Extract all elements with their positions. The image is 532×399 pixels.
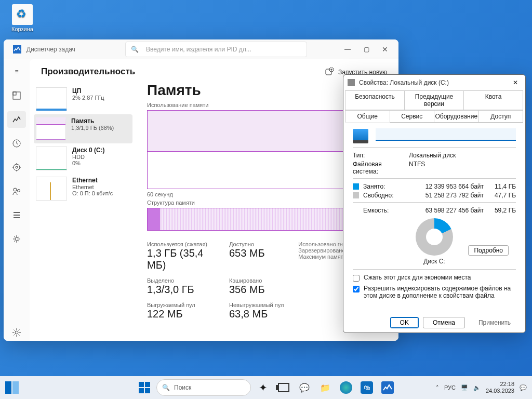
search-icon: 🔍 xyxy=(162,384,170,391)
windows-icon xyxy=(139,382,150,393)
properties-general-panel: Тип:Локальный диск Файловая система:NTFS… xyxy=(345,123,523,313)
task-view-button[interactable] xyxy=(275,379,292,396)
svg-point-5 xyxy=(16,166,18,168)
processes-nav[interactable] xyxy=(7,87,26,104)
details-button[interactable]: Подробно xyxy=(468,245,509,256)
apply-button[interactable]: Применить xyxy=(469,317,520,328)
gear-icon xyxy=(12,328,21,337)
tab-security[interactable]: Безопасность xyxy=(345,90,405,110)
properties-title: Свойства: Локальный диск (C:) xyxy=(359,79,510,86)
close-button[interactable]: ✕ xyxy=(510,79,521,86)
system-tray: ˄ РУС 🖥️ 🔈 22:18 24.03.2023 💬 xyxy=(436,381,527,394)
details-icon xyxy=(12,210,21,220)
startup-nav[interactable] xyxy=(7,159,26,176)
edge-button[interactable] xyxy=(337,379,355,396)
svg-point-6 xyxy=(14,188,17,191)
task-manager-icon xyxy=(13,45,21,54)
page-title: Производительность xyxy=(41,66,325,77)
store-icon: 🛍 xyxy=(361,381,373,394)
startup-icon xyxy=(12,163,21,172)
compress-checkbox[interactable]: Сжать этот диск для экономии места xyxy=(353,274,516,282)
folder-icon: 📁 xyxy=(318,381,332,394)
widgets-button[interactable] xyxy=(0,376,24,399)
sidebar-item-disk[interactable]: Диск 0 (C:)HDD0% xyxy=(34,143,132,174)
processes-icon xyxy=(12,91,21,100)
network-icon[interactable]: 🖥️ xyxy=(461,384,468,391)
task-manager-icon xyxy=(381,381,394,394)
tab-sharing[interactable]: Доступ xyxy=(478,110,524,123)
maximize-button[interactable]: ▢ xyxy=(357,46,376,53)
close-icon: ✕ xyxy=(513,79,518,86)
performance-nav[interactable] xyxy=(7,111,26,128)
copilot-icon: ✦ xyxy=(259,381,268,394)
svg-point-9 xyxy=(15,331,18,334)
drive-label-input[interactable] xyxy=(376,128,516,141)
search-placeholder: Введите имя, издателя или PID дл... xyxy=(146,46,251,53)
indexing-checkbox[interactable]: Разрешить индексировать содержимое файло… xyxy=(353,285,516,299)
recycle-bin[interactable]: Корзина xyxy=(9,4,35,32)
settings-nav[interactable] xyxy=(7,324,26,341)
dialog-buttons: OK Отмена Применить xyxy=(343,313,525,332)
tray-overflow[interactable]: ˄ xyxy=(436,384,439,391)
cancel-button[interactable]: Отмена xyxy=(423,317,465,328)
window-title: Диспетчер задач xyxy=(26,46,104,53)
hamburger-button[interactable]: ≡ xyxy=(7,63,26,80)
edge-icon xyxy=(340,381,352,394)
tabs-row-bottom: Общие Сервис Оборудование Доступ xyxy=(343,110,525,123)
taskbar-search[interactable]: 🔍Поиск xyxy=(156,379,251,396)
services-icon xyxy=(12,234,21,244)
svg-point-7 xyxy=(18,190,20,192)
svg-point-8 xyxy=(15,237,18,241)
notifications-button[interactable]: 💬 xyxy=(520,384,527,391)
recycle-bin-icon xyxy=(12,4,33,25)
properties-titlebar[interactable]: Свойства: Локальный диск (C:) ✕ xyxy=(343,75,525,90)
users-nav[interactable] xyxy=(7,183,26,200)
memory-thumb xyxy=(36,117,66,140)
sidebar-item-cpu[interactable]: ЦП2% 2,87 ГГц xyxy=(34,84,132,114)
task-view-icon xyxy=(278,383,289,392)
cpu-thumb xyxy=(36,87,67,111)
disk-thumb xyxy=(36,147,67,170)
app-history-nav[interactable] xyxy=(7,135,26,152)
taskbar: 🔍Поиск ✦ 💬 📁 🛍 ˄ РУС 🖥️ 🔈 22:18 24.03.20… xyxy=(0,376,532,399)
chat-icon: 💬 xyxy=(298,381,311,394)
tab-general[interactable]: Общие xyxy=(345,110,390,123)
details-nav[interactable] xyxy=(7,207,26,223)
ethernet-thumb xyxy=(36,177,67,201)
tabs-row-top: Безопасность Предыдущие версии Квота xyxy=(343,90,525,110)
drive-icon xyxy=(348,79,355,86)
start-button[interactable] xyxy=(136,379,153,396)
search-box[interactable]: 🔍 Введите имя, издателя или PID дл... xyxy=(125,42,307,57)
services-nav[interactable] xyxy=(7,231,26,247)
drive-large-icon xyxy=(353,129,368,140)
svg-rect-1 xyxy=(13,92,20,99)
nav-rail: ≡ xyxy=(4,59,30,341)
chat-button[interactable]: 💬 xyxy=(296,379,313,396)
close-button[interactable]: ✕ xyxy=(376,45,394,54)
store-button[interactable]: 🛍 xyxy=(358,379,376,396)
history-icon xyxy=(12,139,21,148)
svg-rect-2 xyxy=(13,92,16,95)
tab-hardware[interactable]: Оборудование xyxy=(434,110,479,123)
recycle-bin-label: Корзина xyxy=(9,26,35,32)
task-manager-taskbar[interactable] xyxy=(379,379,396,396)
search-icon: 🔍 xyxy=(131,46,139,53)
disk-usage-pie xyxy=(416,218,453,256)
tab-tools[interactable]: Сервис xyxy=(390,110,435,123)
performance-icon xyxy=(12,115,21,124)
ok-button[interactable]: OK xyxy=(390,317,419,328)
sidebar-item-ethernet[interactable]: EthernetEthernetO: 0 П: 0 кбит/с xyxy=(34,174,132,204)
clock[interactable]: 22:18 24.03.2023 xyxy=(486,381,514,394)
copilot-button[interactable]: ✦ xyxy=(254,379,272,396)
language-indicator[interactable]: РУС xyxy=(444,384,456,391)
sidebar-item-memory[interactable]: Память1,3/1,9 ГБ (68%) xyxy=(34,114,132,143)
explorer-button[interactable]: 📁 xyxy=(316,379,334,396)
disk-properties-window: Свойства: Локальный диск (C:) ✕ Безопасн… xyxy=(343,74,526,333)
tab-previous-versions[interactable]: Предыдущие версии xyxy=(404,90,464,110)
task-manager-titlebar[interactable]: Диспетчер задач 🔍 Введите имя, издателя … xyxy=(4,39,398,59)
taskbar-center: 🔍Поиск ✦ 💬 📁 🛍 xyxy=(136,379,396,396)
free-color-swatch xyxy=(353,192,359,198)
tab-quota[interactable]: Квота xyxy=(463,90,523,110)
volume-icon[interactable]: 🔈 xyxy=(473,384,481,391)
minimize-button[interactable]: ― xyxy=(338,46,357,53)
